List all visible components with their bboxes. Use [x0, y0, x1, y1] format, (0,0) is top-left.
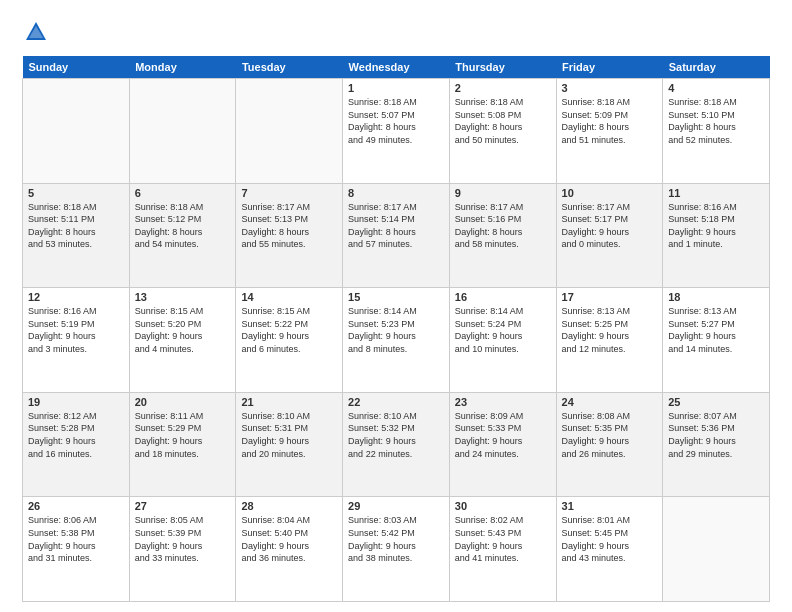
day-number: 11	[668, 187, 764, 199]
day-number: 24	[562, 396, 658, 408]
day-info: Sunrise: 8:18 AM Sunset: 5:07 PM Dayligh…	[348, 96, 444, 146]
day-cell: 15Sunrise: 8:14 AM Sunset: 5:23 PM Dayli…	[343, 288, 450, 393]
week-row-1: 1Sunrise: 8:18 AM Sunset: 5:07 PM Daylig…	[23, 79, 770, 184]
day-number: 25	[668, 396, 764, 408]
day-info: Sunrise: 8:04 AM Sunset: 5:40 PM Dayligh…	[241, 514, 337, 564]
day-cell: 1Sunrise: 8:18 AM Sunset: 5:07 PM Daylig…	[343, 79, 450, 184]
day-info: Sunrise: 8:18 AM Sunset: 5:11 PM Dayligh…	[28, 201, 124, 251]
day-number: 13	[135, 291, 231, 303]
day-cell	[236, 79, 343, 184]
day-number: 22	[348, 396, 444, 408]
day-cell	[129, 79, 236, 184]
page: SundayMondayTuesdayWednesdayThursdayFrid…	[0, 0, 792, 612]
day-number: 6	[135, 187, 231, 199]
day-info: Sunrise: 8:18 AM Sunset: 5:08 PM Dayligh…	[455, 96, 551, 146]
day-header-friday: Friday	[556, 56, 663, 79]
week-row-5: 26Sunrise: 8:06 AM Sunset: 5:38 PM Dayli…	[23, 497, 770, 602]
day-number: 9	[455, 187, 551, 199]
day-cell: 10Sunrise: 8:17 AM Sunset: 5:17 PM Dayli…	[556, 183, 663, 288]
day-cell: 27Sunrise: 8:05 AM Sunset: 5:39 PM Dayli…	[129, 497, 236, 602]
day-info: Sunrise: 8:10 AM Sunset: 5:32 PM Dayligh…	[348, 410, 444, 460]
day-number: 19	[28, 396, 124, 408]
day-number: 12	[28, 291, 124, 303]
day-number: 21	[241, 396, 337, 408]
day-info: Sunrise: 8:12 AM Sunset: 5:28 PM Dayligh…	[28, 410, 124, 460]
day-number: 2	[455, 82, 551, 94]
day-info: Sunrise: 8:07 AM Sunset: 5:36 PM Dayligh…	[668, 410, 764, 460]
day-cell: 31Sunrise: 8:01 AM Sunset: 5:45 PM Dayli…	[556, 497, 663, 602]
day-info: Sunrise: 8:15 AM Sunset: 5:20 PM Dayligh…	[135, 305, 231, 355]
day-cell: 2Sunrise: 8:18 AM Sunset: 5:08 PM Daylig…	[449, 79, 556, 184]
day-header-thursday: Thursday	[449, 56, 556, 79]
day-info: Sunrise: 8:14 AM Sunset: 5:24 PM Dayligh…	[455, 305, 551, 355]
day-info: Sunrise: 8:18 AM Sunset: 5:10 PM Dayligh…	[668, 96, 764, 146]
day-cell: 28Sunrise: 8:04 AM Sunset: 5:40 PM Dayli…	[236, 497, 343, 602]
day-header-saturday: Saturday	[663, 56, 770, 79]
day-info: Sunrise: 8:13 AM Sunset: 5:25 PM Dayligh…	[562, 305, 658, 355]
calendar-table: SundayMondayTuesdayWednesdayThursdayFrid…	[22, 56, 770, 602]
day-cell: 18Sunrise: 8:13 AM Sunset: 5:27 PM Dayli…	[663, 288, 770, 393]
day-cell: 14Sunrise: 8:15 AM Sunset: 5:22 PM Dayli…	[236, 288, 343, 393]
day-number: 29	[348, 500, 444, 512]
week-row-3: 12Sunrise: 8:16 AM Sunset: 5:19 PM Dayli…	[23, 288, 770, 393]
day-info: Sunrise: 8:16 AM Sunset: 5:18 PM Dayligh…	[668, 201, 764, 251]
day-cell: 3Sunrise: 8:18 AM Sunset: 5:09 PM Daylig…	[556, 79, 663, 184]
day-number: 16	[455, 291, 551, 303]
day-info: Sunrise: 8:17 AM Sunset: 5:16 PM Dayligh…	[455, 201, 551, 251]
day-cell: 4Sunrise: 8:18 AM Sunset: 5:10 PM Daylig…	[663, 79, 770, 184]
day-number: 23	[455, 396, 551, 408]
day-number: 18	[668, 291, 764, 303]
day-cell: 8Sunrise: 8:17 AM Sunset: 5:14 PM Daylig…	[343, 183, 450, 288]
day-number: 3	[562, 82, 658, 94]
day-info: Sunrise: 8:16 AM Sunset: 5:19 PM Dayligh…	[28, 305, 124, 355]
day-cell: 25Sunrise: 8:07 AM Sunset: 5:36 PM Dayli…	[663, 392, 770, 497]
day-info: Sunrise: 8:05 AM Sunset: 5:39 PM Dayligh…	[135, 514, 231, 564]
day-info: Sunrise: 8:10 AM Sunset: 5:31 PM Dayligh…	[241, 410, 337, 460]
day-info: Sunrise: 8:17 AM Sunset: 5:14 PM Dayligh…	[348, 201, 444, 251]
day-info: Sunrise: 8:13 AM Sunset: 5:27 PM Dayligh…	[668, 305, 764, 355]
calendar-header-row: SundayMondayTuesdayWednesdayThursdayFrid…	[23, 56, 770, 79]
calendar: SundayMondayTuesdayWednesdayThursdayFrid…	[22, 56, 770, 602]
day-cell: 26Sunrise: 8:06 AM Sunset: 5:38 PM Dayli…	[23, 497, 130, 602]
day-cell: 9Sunrise: 8:17 AM Sunset: 5:16 PM Daylig…	[449, 183, 556, 288]
day-cell: 17Sunrise: 8:13 AM Sunset: 5:25 PM Dayli…	[556, 288, 663, 393]
day-number: 31	[562, 500, 658, 512]
day-info: Sunrise: 8:17 AM Sunset: 5:17 PM Dayligh…	[562, 201, 658, 251]
day-header-tuesday: Tuesday	[236, 56, 343, 79]
day-cell: 5Sunrise: 8:18 AM Sunset: 5:11 PM Daylig…	[23, 183, 130, 288]
day-cell: 16Sunrise: 8:14 AM Sunset: 5:24 PM Dayli…	[449, 288, 556, 393]
logo	[22, 18, 52, 46]
logo-icon	[22, 18, 50, 46]
day-number: 10	[562, 187, 658, 199]
day-cell: 7Sunrise: 8:17 AM Sunset: 5:13 PM Daylig…	[236, 183, 343, 288]
day-number: 14	[241, 291, 337, 303]
day-number: 15	[348, 291, 444, 303]
day-number: 26	[28, 500, 124, 512]
day-cell: 24Sunrise: 8:08 AM Sunset: 5:35 PM Dayli…	[556, 392, 663, 497]
day-header-sunday: Sunday	[23, 56, 130, 79]
day-info: Sunrise: 8:11 AM Sunset: 5:29 PM Dayligh…	[135, 410, 231, 460]
day-cell: 20Sunrise: 8:11 AM Sunset: 5:29 PM Dayli…	[129, 392, 236, 497]
day-number: 7	[241, 187, 337, 199]
day-number: 8	[348, 187, 444, 199]
day-number: 30	[455, 500, 551, 512]
day-header-wednesday: Wednesday	[343, 56, 450, 79]
day-number: 28	[241, 500, 337, 512]
day-info: Sunrise: 8:18 AM Sunset: 5:09 PM Dayligh…	[562, 96, 658, 146]
day-number: 5	[28, 187, 124, 199]
day-cell: 22Sunrise: 8:10 AM Sunset: 5:32 PM Dayli…	[343, 392, 450, 497]
day-cell: 30Sunrise: 8:02 AM Sunset: 5:43 PM Dayli…	[449, 497, 556, 602]
day-cell: 29Sunrise: 8:03 AM Sunset: 5:42 PM Dayli…	[343, 497, 450, 602]
day-cell	[663, 497, 770, 602]
week-row-4: 19Sunrise: 8:12 AM Sunset: 5:28 PM Dayli…	[23, 392, 770, 497]
day-info: Sunrise: 8:03 AM Sunset: 5:42 PM Dayligh…	[348, 514, 444, 564]
day-info: Sunrise: 8:08 AM Sunset: 5:35 PM Dayligh…	[562, 410, 658, 460]
day-info: Sunrise: 8:09 AM Sunset: 5:33 PM Dayligh…	[455, 410, 551, 460]
day-info: Sunrise: 8:18 AM Sunset: 5:12 PM Dayligh…	[135, 201, 231, 251]
day-info: Sunrise: 8:01 AM Sunset: 5:45 PM Dayligh…	[562, 514, 658, 564]
day-number: 4	[668, 82, 764, 94]
day-info: Sunrise: 8:17 AM Sunset: 5:13 PM Dayligh…	[241, 201, 337, 251]
day-cell: 21Sunrise: 8:10 AM Sunset: 5:31 PM Dayli…	[236, 392, 343, 497]
day-cell: 23Sunrise: 8:09 AM Sunset: 5:33 PM Dayli…	[449, 392, 556, 497]
day-number: 20	[135, 396, 231, 408]
